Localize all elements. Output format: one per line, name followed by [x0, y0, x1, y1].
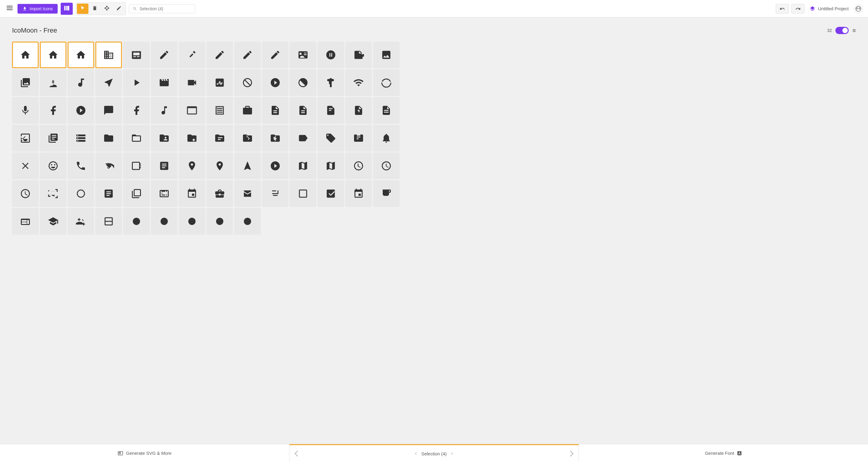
icon-cell-copy[interactable]: [40, 125, 66, 152]
icon-cell-calculator[interactable]: [207, 153, 233, 179]
icon-cell-calendar[interactable]: [317, 180, 344, 207]
icon-cell-folder[interactable]: [123, 125, 150, 152]
icon-cell-map[interactable]: [95, 180, 122, 207]
icon-cell-ticket[interactable]: [12, 153, 39, 179]
icon-cell-home3[interactable]: [68, 42, 94, 68]
icon-cell-stack[interactable]: [95, 125, 122, 152]
icon-cell-file[interactable]: [234, 97, 261, 124]
icon-cell-wifi[interactable]: [373, 69, 400, 96]
icon-cell-profile[interactable]: [207, 97, 233, 124]
icon-cell-image[interactable]: [373, 42, 400, 68]
icon-cell-play[interactable]: [123, 69, 150, 96]
icon-cell-music[interactable]: [95, 69, 122, 96]
icon-cell-spades[interactable]: [262, 69, 288, 96]
icon-cell-images[interactable]: [12, 69, 39, 96]
icon-cell-home1[interactable]: [12, 42, 39, 68]
icon-cell-coin-yen[interactable]: [151, 153, 178, 179]
icon-cell-film[interactable]: [151, 69, 178, 96]
icon-cell-podcast[interactable]: [12, 97, 39, 124]
icon-cell-file-video[interactable]: [373, 97, 400, 124]
icon-cell-location2[interactable]: [40, 180, 66, 207]
search-input[interactable]: [140, 6, 191, 11]
icon-cell-home2[interactable]: [40, 42, 66, 68]
icon-cell-compass[interactable]: [68, 180, 94, 207]
icon-cell-cart[interactable]: [40, 153, 66, 179]
icon-cell-feed[interactable]: [40, 97, 66, 124]
icon-cell-phone-hang-up[interactable]: [290, 153, 316, 179]
icon-cell-briefcase[interactable]: [345, 180, 372, 207]
icon-cell-video-camera[interactable]: [179, 69, 205, 96]
edit-tool-button[interactable]: [113, 4, 125, 14]
icon-cell-office[interactable]: [95, 42, 122, 68]
icon-cell-map2[interactable]: [123, 180, 150, 207]
icon-cell-mobile2[interactable]: [95, 208, 122, 235]
move-tool-button[interactable]: [101, 4, 113, 14]
icon-cell-pencil2[interactable]: [179, 42, 205, 68]
search-box[interactable]: [129, 4, 195, 13]
icon-cell-pushpin[interactable]: [373, 153, 400, 179]
icon-cell-library[interactable]: [151, 97, 178, 124]
icon-cell-file-picture[interactable]: [290, 97, 316, 124]
icon-cell-bell[interactable]: [262, 180, 288, 207]
icon-cell-tv[interactable]: [123, 208, 150, 235]
icon-cell-alarm[interactable]: [234, 180, 261, 207]
icon-cell-cabinet[interactable]: [151, 208, 178, 235]
icon-cell-dice[interactable]: [207, 69, 233, 96]
icon-cell-pacman[interactable]: [234, 69, 261, 96]
grid-menu-button[interactable]: ≡: [852, 27, 856, 34]
icon-cell-quill[interactable]: [207, 42, 233, 68]
icon-cell-paste[interactable]: [68, 125, 94, 152]
icon-cell-newspaper[interactable]: [123, 42, 150, 68]
delete-tool-button[interactable]: [89, 4, 100, 14]
icon-cell-clubs[interactable]: [290, 69, 316, 96]
icon-cell-address-book[interactable]: [317, 153, 344, 179]
icon-cell-barcode[interactable]: [345, 125, 372, 152]
icon-cell-lifebuoy[interactable]: [234, 153, 261, 179]
icon-cell-clock2[interactable]: [207, 180, 233, 207]
icon-cell-bullhorn[interactable]: [345, 69, 372, 96]
icon-cell-location[interactable]: [12, 180, 39, 207]
icon-cell-mobile[interactable]: [68, 208, 94, 235]
icon-cell-price-tag[interactable]: [290, 125, 316, 152]
icon-cell-file2[interactable]: [262, 97, 288, 124]
view-toggle[interactable]: [835, 27, 849, 34]
icon-cell-download[interactable]: [207, 208, 233, 235]
icon-cell-headphones[interactable]: [68, 69, 94, 96]
user-avatar[interactable]: [854, 4, 863, 13]
icon-cell-phone[interactable]: [262, 153, 288, 179]
icon-cell-books[interactable]: [123, 97, 150, 124]
icon-cell-folder-upload[interactable]: [262, 125, 288, 152]
icon-cell-price-tags[interactable]: [317, 125, 344, 152]
icon-cell-folder-plus[interactable]: [179, 125, 205, 152]
icon-cell-folder-minus[interactable]: [207, 125, 233, 152]
icon-cell-folder-open[interactable]: [151, 125, 178, 152]
icon-cell-history[interactable]: [151, 180, 178, 207]
icon-cell-blog[interactable]: [262, 42, 288, 68]
icon-cell-pencil[interactable]: [151, 42, 178, 68]
icon-cell-paint-format[interactable]: [345, 42, 372, 68]
icon-cell-folder-download[interactable]: [234, 125, 261, 152]
icon-cell-upload[interactable]: [234, 208, 261, 235]
icon-cell-book[interactable]: [95, 97, 122, 124]
icon-cell-eyedropper[interactable]: [290, 42, 316, 68]
icon-cell-qrcode[interactable]: [373, 125, 400, 152]
icon-cell-mic[interactable]: [68, 97, 94, 124]
icon-cell-file-text[interactable]: [179, 97, 205, 124]
icon-cell-stopwatch[interactable]: [290, 180, 316, 207]
menu-button[interactable]: [5, 3, 14, 14]
undo-button[interactable]: [776, 4, 789, 13]
icon-cell-coin-pound[interactable]: [123, 153, 150, 179]
import-icons-button[interactable]: Import Icons: [18, 4, 58, 13]
icon-cell-pen[interactable]: [234, 42, 261, 68]
icon-cell-tablet[interactable]: [12, 208, 39, 235]
icon-cell-clock[interactable]: [179, 180, 205, 207]
icon-cell-tablet2[interactable]: [40, 208, 66, 235]
icon-cell-coin-dollar[interactable]: [68, 153, 94, 179]
icon-cell-camera[interactable]: [40, 69, 66, 96]
icon-cell-file-play[interactable]: [345, 97, 372, 124]
icon-cell-envelop[interactable]: [345, 153, 372, 179]
library-button[interactable]: [61, 3, 73, 15]
redo-button[interactable]: [791, 4, 805, 13]
icon-cell-credit-card[interactable]: [179, 153, 205, 179]
icon-cell-droplet[interactable]: [317, 42, 344, 68]
